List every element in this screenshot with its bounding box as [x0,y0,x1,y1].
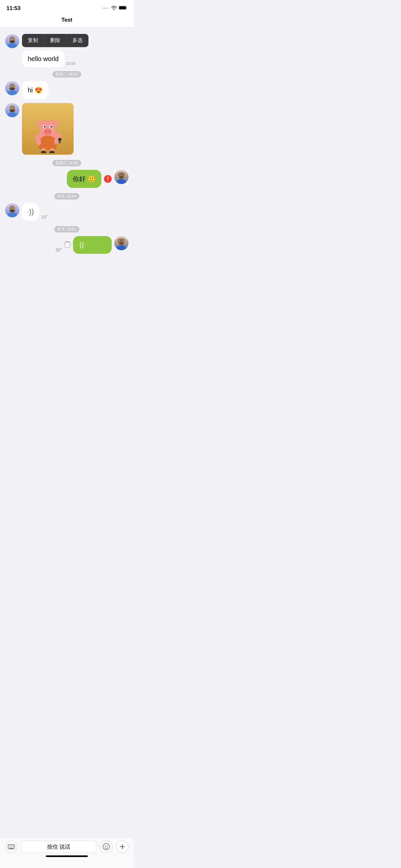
voice-duration-received: 10" [41,214,48,220]
status-icons: •••• [102,5,127,11]
voice-bubble-sent[interactable]: ((· [73,236,112,254]
svg-point-11 [8,112,17,117]
nav-bar: Test [0,14,134,27]
status-bar: 11:53 •••• [0,0,134,14]
peppa-pig-svg [25,104,70,153]
chat-area: 复制 删除 多选 hello world 15:00 星期二 18:47 [0,27,134,291]
message-bubble-4: 你好 🙂 [67,170,101,188]
avatar-received-3 [5,103,19,117]
svg-rect-16 [39,140,57,149]
signal-icon: •••• [102,6,109,11]
svg-point-7 [8,90,17,95]
svg-point-53 [119,242,124,245]
svg-point-32 [53,120,58,127]
context-menu-area: 复制 删除 多选 hello world 15:00 [0,34,134,67]
context-menu-multiselect[interactable]: 多选 [66,34,89,47]
timestamp-4: 昨天 14:51 [0,226,134,232]
timestamp-3: 昨天 13:44 [0,193,134,199]
svg-point-3 [8,43,17,48]
message-bubble-2: hi 😍 [22,81,49,99]
loading-spinner [64,241,71,248]
svg-point-40 [117,179,126,184]
message-row-2: hi 😍 [5,81,128,99]
svg-point-30 [51,126,52,127]
message-row-3 [5,103,128,155]
avatar-received-4 [5,203,19,217]
svg-point-5 [10,40,15,43]
svg-point-23 [45,130,47,132]
svg-point-9 [10,88,15,90]
context-menu[interactable]: 复制 删除 多选 [22,34,89,47]
status-time: 11:53 [6,5,20,11]
message-row-5: ·)) 10" [5,203,128,221]
error-icon-1: ! [104,175,112,183]
svg-point-42 [119,176,124,179]
avatar-received-1 [5,34,19,48]
avatar-sent-1 [114,170,128,184]
svg-point-20 [50,151,55,153]
context-menu-delete[interactable]: 删除 [44,34,66,47]
timestamp-1: 星期二 18:47 [0,71,134,77]
svg-point-47 [8,212,17,217]
svg-point-34 [51,128,55,132]
msg1-time: 15:00 [66,61,75,66]
voice-bubble-received[interactable]: ·)) [22,203,39,221]
svg-rect-1 [120,6,126,9]
message-row-6: 30" ((· [5,236,128,254]
voice-duration-sent: 30" [55,247,62,252]
svg-point-28 [50,126,52,128]
avatar-sent-2 [114,236,128,250]
svg-point-33 [40,128,45,132]
svg-point-19 [41,151,46,153]
svg-point-49 [10,210,15,212]
svg-point-37 [58,138,61,141]
svg-point-31 [37,120,43,127]
svg-point-29 [45,126,45,127]
nav-title: Test [61,17,72,23]
svg-point-24 [49,130,50,132]
svg-point-13 [10,110,15,112]
svg-point-27 [44,126,46,128]
wifi-icon [111,5,117,11]
timestamp-2: 星期三 14:30 [0,160,134,166]
avatar-received-2 [5,81,19,95]
svg-point-51 [117,245,126,250]
context-menu-copy[interactable]: 复制 [22,34,44,47]
message-row-4: ! 你好 🙂 [5,170,128,188]
image-bubble-peppa [22,103,73,155]
voice-wave-icon: ·)) [27,207,34,217]
battery-icon [119,5,127,11]
message-bubble-1: hello world [22,51,65,67]
voice-wave-sent-icon: ((· [80,241,86,249]
